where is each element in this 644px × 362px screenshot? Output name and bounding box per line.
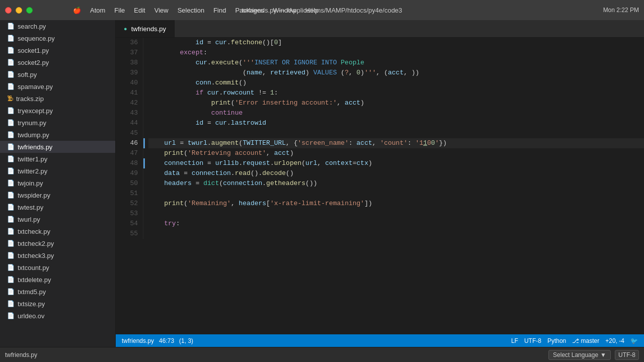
file-icon: 📄: [7, 47, 15, 54]
sidebar-item-txtcount-py[interactable]: 📄txtcount.py: [0, 261, 115, 274]
file-icon: 📄: [7, 192, 15, 199]
cursor-position: 46:73: [159, 337, 174, 344]
sidebar-item-txtcheck2-py[interactable]: 📄txtcheck2.py: [0, 237, 115, 249]
file-icon: 📄: [7, 228, 15, 235]
ln-39: 39: [116, 68, 138, 78]
file-name-label: txtmd5.py: [18, 288, 46, 296]
ln-42: 42: [116, 98, 138, 108]
code-line-45: [148, 128, 644, 138]
file-icon: 📄: [7, 252, 15, 259]
file-name-label: twdump.py: [18, 131, 49, 139]
bottom-encoding[interactable]: UTF-8: [615, 350, 639, 360]
code-line-54: try:: [148, 219, 644, 229]
menu-view[interactable]: View: [154, 7, 169, 14]
sidebar: 📄search.py📄sequence.py📄socket1.py📄socket…: [0, 20, 116, 347]
code-line-53: [148, 209, 644, 219]
ln-50: 50: [116, 178, 138, 189]
code-line-48: connection = urllib.request.urlopen(url,…: [148, 158, 644, 168]
main-area: 📄search.py📄sequence.py📄socket1.py📄socket…: [0, 20, 644, 347]
sidebar-item-twjoin-py[interactable]: 📄twjoin.py: [0, 177, 115, 189]
file-name-label: twtest.py: [18, 204, 43, 211]
sidebar-item-txtdelete-py[interactable]: 📄txtdelete.py: [0, 274, 115, 286]
code-line-41: if cur.rowcount != 1:: [148, 88, 644, 98]
code-line-51: [148, 189, 644, 199]
code-line-39: (name, retrieved) VALUES (?, 0)''', (acc…: [148, 68, 644, 78]
ln-53: 53: [116, 209, 138, 219]
sidebar-item-tracks-zip[interactable]: 🗜tracks.zip: [0, 93, 115, 105]
sidebar-item-txtcheck-py[interactable]: 📄txtcheck.py: [0, 225, 115, 237]
language[interactable]: Python: [547, 337, 566, 344]
sidebar-item-urldeo-ov[interactable]: 📄urldeo.ov: [0, 310, 115, 322]
file-icon: 📄: [7, 288, 15, 295]
sidebar-item-tryexcept-py[interactable]: 📄tryexcept.py: [0, 105, 115, 117]
menu-atom[interactable]: Atom: [90, 7, 105, 14]
file-icon: 📄: [7, 59, 15, 66]
sidebar-item-twspider-py[interactable]: 📄twspider.py: [0, 189, 115, 201]
file-icon: 📄: [7, 312, 15, 319]
menu-apple[interactable]: 🍎: [73, 7, 81, 14]
menu-find[interactable]: Find: [213, 7, 226, 14]
code-line-52: print('Remaining', headers['x-rate-limit…: [148, 199, 644, 209]
file-name-label: soft.py: [18, 71, 37, 78]
sidebar-item-socket2-py[interactable]: 📄socket2.py: [0, 56, 115, 68]
file-icon: 📄: [7, 179, 15, 187]
ln-37: 37: [116, 48, 138, 58]
maximize-button[interactable]: [26, 7, 33, 14]
sidebar-item-soft-py[interactable]: 📄soft.py: [0, 68, 115, 80]
select-language-button[interactable]: Select Language ▼: [548, 350, 611, 360]
file-icon: 🗜: [7, 95, 13, 102]
code-line-55: [148, 229, 644, 239]
ln-44: 44: [116, 118, 138, 128]
sidebar-item-sequence-py[interactable]: 📄sequence.py: [0, 32, 115, 44]
menu-selection[interactable]: Selection: [178, 7, 204, 14]
git-branch-label: master: [581, 337, 600, 344]
file-name-label: txtdelete.py: [18, 276, 51, 284]
file-name-label: txtcheck3.py: [18, 252, 54, 259]
ln-46: 46: [116, 138, 138, 148]
sidebar-item-twdump-py[interactable]: 📄twdump.py: [0, 129, 115, 141]
sidebar-item-txtcheck3-py[interactable]: 📄txtcheck3.py: [0, 249, 115, 261]
bottom-bar: twfriends.py Select Language ▼ UTF-8: [0, 347, 644, 362]
cursor-coords: (1, 3): [179, 337, 193, 344]
close-button[interactable]: [5, 7, 12, 14]
sidebar-item-search-py[interactable]: 📄search.py: [0, 20, 115, 32]
ln-41: 41: [116, 88, 138, 98]
file-icon: 📄: [7, 71, 15, 78]
sidebar-item-twtest-py[interactable]: 📄twtest.py: [0, 201, 115, 213]
code-line-50: headers = dict(connection.getheaders()): [148, 178, 644, 189]
editor-area: ● twfriends.py 36 37 38 39 40 41 42 43 4…: [116, 20, 644, 347]
git-branch[interactable]: ⎇ master: [572, 337, 599, 344]
ln-49: 49: [116, 168, 138, 178]
sidebar-item-twitter1-py[interactable]: 📄twitter1.py: [0, 153, 115, 165]
ln-40: 40: [116, 78, 138, 88]
file-icon: 📄: [7, 240, 15, 247]
file-icon: 📄: [7, 35, 15, 42]
status-right: LF UTF-8 Python ⎇ master +20, -4 🐦: [511, 337, 638, 344]
tab-twfriends[interactable]: ● twfriends.py: [116, 20, 175, 37]
sidebar-item-twitter2-py[interactable]: 📄twitter2.py: [0, 165, 115, 177]
ln-38: 38: [116, 58, 138, 68]
file-icon: 📄: [7, 143, 15, 150]
file-name-label: twurl.py: [18, 216, 40, 223]
sidebar-item-spamave-py[interactable]: 📄spamave.py: [0, 80, 115, 93]
sidebar-item-twurl-py[interactable]: 📄twurl.py: [0, 213, 115, 225]
file-name-label: txtsize.py: [18, 300, 45, 308]
sidebar-item-txtsize-py[interactable]: 📄txtsize.py: [0, 298, 115, 310]
code-editor[interactable]: 36 37 38 39 40 41 42 43 44 45 46 47 48 4…: [116, 38, 644, 334]
ln-45: 45: [116, 128, 138, 138]
sidebar-item-socket1-py[interactable]: 📄socket1.py: [0, 44, 115, 56]
minimize-button[interactable]: [16, 7, 22, 14]
file-icon: 📄: [7, 107, 15, 114]
system-tray: Mon 2:22 PM: [603, 7, 639, 14]
file-icon: 📄: [7, 119, 15, 126]
file-name-label: txtcheck.py: [18, 228, 50, 235]
line-ending[interactable]: LF: [511, 337, 518, 344]
menu-file[interactable]: File: [114, 7, 125, 14]
sidebar-item-txtmd5-py[interactable]: 📄txtmd5.py: [0, 286, 115, 298]
sidebar-item-trynum-py[interactable]: 📄trynum.py: [0, 117, 115, 129]
encoding[interactable]: UTF-8: [524, 337, 541, 344]
file-name: twfriends.py: [122, 337, 154, 344]
sidebar-item-twfriends-py[interactable]: 📄twfriends.py: [0, 141, 115, 153]
menu-edit[interactable]: Edit: [134, 7, 145, 14]
ln-36: 36: [116, 38, 138, 48]
